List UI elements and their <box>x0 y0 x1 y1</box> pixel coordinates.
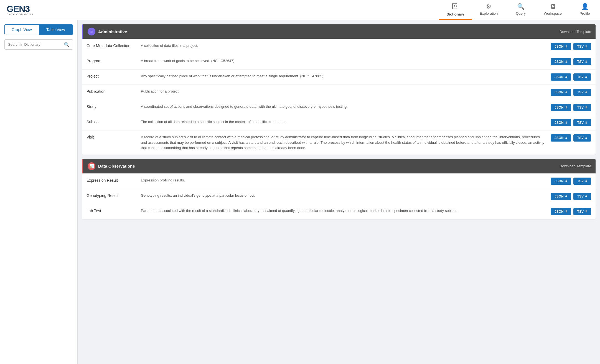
tsv-download-button[interactable]: TSV⬇ <box>573 58 591 65</box>
nav-label-profile: Profile <box>580 11 590 16</box>
tsv-label: TSV <box>577 194 584 198</box>
table-view-button[interactable]: Table View <box>39 25 73 35</box>
main-content: ≡ Administrative Download Template Core … <box>78 20 600 364</box>
admin-icon: ≡ <box>88 28 95 35</box>
dl-arrow: ⬇ <box>565 45 567 48</box>
row-actions: JSON⬇ TSV⬇ <box>551 119 591 126</box>
row-desc: A record of a study subject's visit to o… <box>141 134 546 151</box>
json-label: JSON <box>555 179 564 183</box>
search-input[interactable] <box>8 42 64 47</box>
dl-arrow: ⬇ <box>585 45 587 48</box>
admin-download-template[interactable]: Download Template <box>560 30 591 34</box>
dl-arrow: ⬇ <box>585 210 587 213</box>
row-name: Subject <box>87 119 136 124</box>
row-desc: Publication for a project. <box>141 89 546 94</box>
json-download-button[interactable]: JSON⬇ <box>551 178 571 185</box>
table-row: Expression Result Expression profiling r… <box>82 173 596 189</box>
nav-tab-workspace[interactable]: 🖥 Workspace <box>536 0 570 20</box>
graph-view-button[interactable]: Graph View <box>5 25 39 35</box>
json-download-button[interactable]: JSON⬇ <box>551 43 571 50</box>
tsv-label: TSV <box>577 121 584 125</box>
json-label: JSON <box>555 106 564 109</box>
json-download-button[interactable]: JSON⬇ <box>551 58 571 65</box>
row-desc: A coordinated set of actions and observa… <box>141 104 546 109</box>
tsv-download-button[interactable]: TSV⬇ <box>573 178 591 185</box>
row-name: Core Metadata Collection <box>87 43 136 48</box>
json-download-button[interactable]: JSON⬇ <box>551 104 571 111</box>
logo-gen: GEN <box>7 4 25 14</box>
dl-arrow: ⬇ <box>565 210 567 213</box>
json-label: JSON <box>555 194 564 198</box>
json-download-button[interactable]: JSON⬇ <box>551 134 571 142</box>
dl-arrow: ⬇ <box>565 91 567 94</box>
data-obs-download-template[interactable]: Download Template <box>560 164 591 168</box>
tsv-download-button[interactable]: TSV⬇ <box>573 104 591 111</box>
json-label: JSON <box>555 60 564 64</box>
dl-arrow: ⬇ <box>565 121 567 125</box>
dl-arrow: ⬇ <box>585 91 587 94</box>
tsv-download-button[interactable]: TSV⬇ <box>573 73 591 81</box>
dl-arrow: ⬇ <box>565 194 567 198</box>
tsv-download-button[interactable]: TSV⬇ <box>573 119 591 126</box>
administrative-title: Administrative <box>98 29 127 34</box>
json-label: JSON <box>555 121 564 125</box>
row-desc: A collection of data files in a project. <box>141 43 546 48</box>
json-label: JSON <box>555 45 564 48</box>
row-actions: JSON⬇ TSV⬇ <box>551 193 591 200</box>
row-name: Study <box>87 104 136 109</box>
dictionary-icon: AZ <box>451 3 459 11</box>
row-name: Project <box>87 73 136 78</box>
json-download-button[interactable]: JSON⬇ <box>551 73 571 81</box>
table-row: Subject The collection of all data relat… <box>82 115 596 130</box>
main-layout: Graph View Table View 🔍 ≡ Administrative… <box>0 20 600 364</box>
row-actions: JSON⬇ TSV⬇ <box>551 104 591 111</box>
row-desc: Parameters associated with the result of… <box>141 208 546 214</box>
row-actions: JSON⬇ TSV⬇ <box>551 89 591 96</box>
dl-arrow: ⬇ <box>585 106 587 109</box>
svg-text:AZ: AZ <box>454 5 457 8</box>
row-desc: Genotyping results; an individual's geno… <box>141 193 546 198</box>
json-download-button[interactable]: JSON⬇ <box>551 89 571 96</box>
query-icon: 🔍 <box>517 4 525 10</box>
tsv-download-button[interactable]: TSV⬇ <box>573 134 591 142</box>
tsv-download-button[interactable]: TSV⬇ <box>573 208 591 215</box>
dl-arrow: ⬇ <box>585 136 587 140</box>
logo-sub: DATA COMMONS <box>7 13 34 16</box>
nav-tab-query[interactable]: 🔍 Query <box>505 0 536 20</box>
sidebar: Graph View Table View 🔍 <box>0 20 78 364</box>
exploration-icon: ⚙ <box>486 4 492 10</box>
nav-tab-dictionary[interactable]: AZ Dictionary <box>439 0 472 20</box>
tsv-download-button[interactable]: TSV⬇ <box>573 193 591 200</box>
json-label: JSON <box>555 90 564 94</box>
logo-three: 3 <box>25 4 30 14</box>
header: GEN 3 DATA COMMONS AZ Dictionary ⚙ Explo… <box>0 0 600 20</box>
administrative-section: ≡ Administrative Download Template Core … <box>82 24 596 155</box>
tsv-label: TSV <box>577 106 584 109</box>
dl-arrow: ⬇ <box>565 60 567 64</box>
tsv-label: TSV <box>577 75 584 79</box>
dl-arrow: ⬇ <box>565 106 567 109</box>
row-actions: JSON⬇ TSV⬇ <box>551 134 591 142</box>
data-obs-icon: 📊 <box>88 162 95 170</box>
dl-arrow: ⬇ <box>565 136 567 140</box>
view-toggle: Graph View Table View <box>4 24 73 35</box>
row-name: Visit <box>87 134 136 139</box>
tsv-label: TSV <box>577 90 584 94</box>
json-download-button[interactable]: JSON⬇ <box>551 119 571 126</box>
json-label: JSON <box>555 136 564 140</box>
workspace-icon: 🖥 <box>550 4 556 10</box>
dl-arrow: ⬇ <box>585 121 587 125</box>
json-download-button[interactable]: JSON⬇ <box>551 193 571 200</box>
json-label: JSON <box>555 210 564 214</box>
nav-tab-profile[interactable]: 👤 Profile <box>570 0 600 20</box>
nav-tab-exploration[interactable]: ⚙ Exploration <box>472 0 505 20</box>
tsv-label: TSV <box>577 179 584 183</box>
json-download-button[interactable]: JSON⬇ <box>551 208 571 215</box>
row-actions: JSON⬇ TSV⬇ <box>551 73 591 81</box>
row-actions: JSON⬇ TSV⬇ <box>551 58 591 65</box>
row-actions: JSON⬇ TSV⬇ <box>551 208 591 215</box>
table-row: Project Any specifically defined piece o… <box>82 69 596 84</box>
tsv-label: TSV <box>577 136 584 140</box>
tsv-download-button[interactable]: TSV⬇ <box>573 43 591 50</box>
tsv-download-button[interactable]: TSV⬇ <box>573 89 591 96</box>
